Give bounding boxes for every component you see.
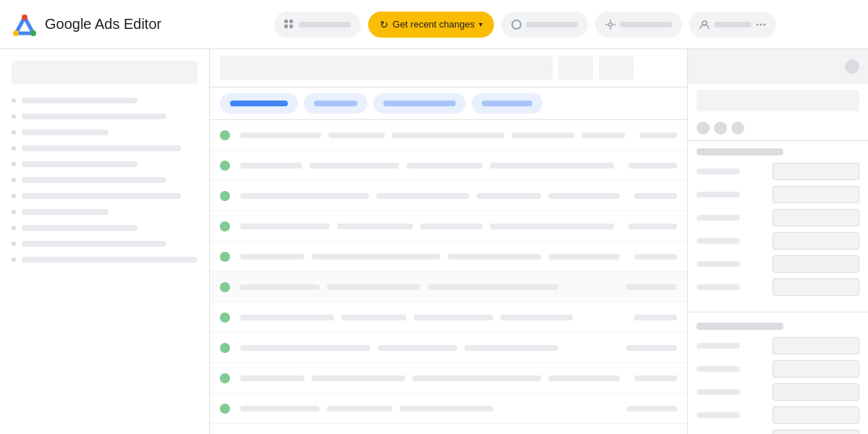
row-cell	[448, 254, 541, 260]
sidebar-item-7[interactable]	[0, 188, 209, 204]
pill-4-bar	[714, 22, 752, 27]
row-cell	[240, 284, 320, 290]
table-body	[210, 120, 687, 434]
tab-1[interactable]	[220, 93, 298, 114]
status-dot	[220, 312, 230, 323]
tab-2[interactable]	[304, 93, 367, 114]
sidebar-item-2[interactable]	[0, 109, 209, 124]
header-pill-4[interactable]	[689, 12, 776, 38]
rp-field-input[interactable]	[773, 337, 859, 354]
status-dot	[220, 130, 230, 140]
sidebar-item-9[interactable]	[0, 220, 209, 236]
sidebar-item-10[interactable]	[0, 236, 209, 252]
sidebar-dot	[12, 242, 16, 246]
table-row[interactable]	[210, 150, 687, 181]
svg-point-2	[30, 30, 36, 36]
sidebar-item-5[interactable]	[0, 156, 209, 172]
table-row[interactable]	[210, 333, 687, 363]
sidebar-dot	[12, 194, 16, 198]
rp-field-label	[697, 389, 740, 395]
table-row[interactable]	[210, 272, 687, 302]
row-cell	[634, 254, 677, 260]
rp-icon-3[interactable]	[731, 122, 744, 135]
rp-field-row	[697, 383, 859, 401]
rp-field-input[interactable]	[773, 383, 859, 401]
row-cell	[548, 375, 620, 381]
sidebar-item-4[interactable]	[0, 140, 209, 156]
rp-field-input[interactable]	[773, 163, 859, 180]
table-row[interactable]	[210, 393, 687, 424]
header-pill-1[interactable]	[274, 12, 361, 38]
table-row[interactable]	[210, 424, 687, 434]
rp-field-input[interactable]	[773, 278, 859, 296]
sidebar-item-8[interactable]	[0, 204, 209, 220]
status-dot	[220, 191, 230, 201]
rp-field-input[interactable]	[773, 360, 859, 378]
table-row[interactable]	[210, 242, 687, 272]
sidebar-item-1[interactable]	[0, 93, 209, 109]
tab-3[interactable]	[373, 93, 466, 114]
status-dot	[220, 221, 230, 231]
rp-field-input[interactable]	[773, 232, 859, 250]
svg-rect-4	[284, 20, 288, 23]
sidebar-dot	[12, 98, 16, 103]
table-row[interactable]	[210, 363, 687, 393]
row-cell	[501, 315, 573, 320]
row-cell	[626, 406, 677, 412]
content-search-bar[interactable]	[220, 56, 553, 80]
get-recent-changes-button[interactable]: ↻ Get recent changes ▾	[368, 12, 494, 38]
row-cell	[639, 132, 677, 138]
status-dot	[220, 343, 230, 353]
status-dot	[220, 282, 230, 292]
content-header-btn-1[interactable]	[558, 56, 593, 80]
row-cell	[626, 345, 677, 351]
table-row[interactable]	[210, 120, 687, 150]
header-pill-2[interactable]	[501, 12, 588, 38]
row-cell	[634, 193, 677, 199]
sidebar-dot	[12, 178, 16, 182]
pill-3-bar	[620, 22, 672, 27]
tab-4-label	[482, 101, 532, 106]
table-row[interactable]	[210, 181, 687, 211]
svg-point-8	[512, 20, 521, 29]
row-cell	[464, 345, 558, 351]
rp-icon-2[interactable]	[714, 122, 727, 135]
header-pill-3[interactable]	[595, 12, 682, 38]
content-header-btn-2[interactable]	[599, 56, 634, 80]
app-header: Google Ads Editor ↻ Get recent changes ▾	[0, 0, 868, 49]
circle-icon	[511, 20, 522, 30]
rp-field-row	[697, 407, 859, 424]
sidebar-item-11[interactable]	[0, 252, 209, 268]
rp-field-label	[697, 192, 740, 197]
row-cell	[548, 254, 620, 260]
svg-point-1	[13, 30, 19, 36]
rp-icon-1[interactable]	[697, 122, 710, 135]
more-icon	[756, 20, 766, 30]
sidebar	[0, 49, 210, 434]
rp-field-row	[697, 430, 859, 434]
table-row[interactable]	[210, 302, 687, 333]
rp-field-label	[697, 169, 740, 174]
row-cell	[337, 224, 413, 229]
sidebar-item-label-bar	[22, 114, 166, 119]
rp-field-input[interactable]	[773, 186, 859, 203]
right-panel-search-bar[interactable]	[697, 90, 859, 111]
rp-field-input[interactable]	[773, 209, 859, 226]
close-icon[interactable]	[845, 59, 859, 74]
tab-1-label	[230, 101, 288, 106]
right-panel-section-1	[688, 141, 868, 309]
rp-field-input[interactable]	[773, 430, 859, 434]
sidebar-item-6[interactable]	[0, 172, 209, 188]
status-dot	[220, 404, 230, 414]
row-cell	[327, 284, 421, 290]
sidebar-item-label-bar	[22, 241, 166, 247]
table-row[interactable]	[210, 211, 687, 242]
row-cell	[634, 375, 677, 381]
tab-4[interactable]	[472, 93, 542, 114]
sidebar-item-3[interactable]	[0, 124, 209, 140]
rp-field-input[interactable]	[773, 255, 859, 273]
rp-field-label	[697, 238, 740, 244]
tabs-row	[210, 88, 687, 120]
rp-field-input[interactable]	[773, 407, 859, 424]
header-controls: ↻ Get recent changes ▾	[194, 12, 856, 38]
